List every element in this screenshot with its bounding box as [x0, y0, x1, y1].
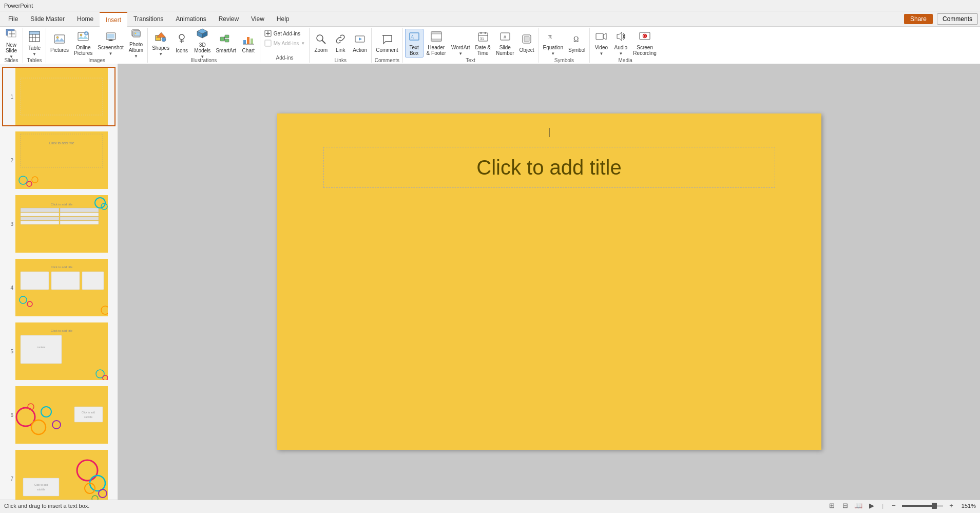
- svg-text:π: π: [548, 32, 552, 40]
- zoom-out-button[interactable]: −: [889, 501, 899, 511]
- get-addins-button[interactable]: Get Add-ins: [262, 29, 307, 38]
- audio-icon: [615, 31, 626, 44]
- svg-text:A: A: [410, 34, 414, 40]
- zoom-button[interactable]: Zoom: [312, 29, 330, 58]
- svg-rect-89: [60, 217, 99, 220]
- pictures-icon: [54, 33, 65, 46]
- smartart-label: SmartArt: [216, 48, 236, 53]
- slide-thumb-2[interactable]: 2 Click to add title: [2, 130, 116, 190]
- ribbon-group-comments-inner: Comment: [374, 29, 400, 58]
- zoom-slider[interactable]: [902, 505, 943, 507]
- comment-button[interactable]: Comment: [374, 29, 400, 58]
- zoom-percent[interactable]: 151%: [959, 503, 976, 509]
- svg-rect-84: [21, 208, 59, 212]
- tab-view[interactable]: View: [245, 11, 271, 26]
- my-addins-button[interactable]: My Add-ins ▼: [262, 39, 307, 48]
- slide-thumb-6[interactable]: 6 Click to add subtitle: [2, 385, 116, 445]
- slide-num-5: 5: [4, 349, 13, 354]
- slide-thumb-5[interactable]: 5 Click to add title content: [2, 321, 116, 381]
- canvas-area[interactable]: Click to add title: [118, 64, 980, 500]
- link-button[interactable]: Link: [331, 29, 350, 58]
- tab-transitions[interactable]: Transitions: [127, 11, 169, 26]
- tab-slide-master[interactable]: Slide Master: [24, 11, 71, 26]
- shapes-icon: [155, 30, 167, 44]
- pictures-button[interactable]: Pictures: [48, 29, 71, 58]
- ribbon-group-symbols-inner: π Equation ▼ Ω Symbol: [541, 29, 588, 58]
- screenshot-dropdown-arrow: ▼: [109, 51, 113, 56]
- svg-rect-20: [108, 41, 113, 41]
- ribbon-group-links: Zoom Link Action Links: [310, 28, 372, 63]
- textbox-label: Text Box: [409, 45, 418, 56]
- slide-title-placeholder[interactable]: Click to add title: [323, 147, 775, 188]
- new-slide-button[interactable]: New Slide ▼: [2, 29, 21, 58]
- audio-button[interactable]: Audio ▼: [611, 29, 630, 58]
- online-pictures-button[interactable]: Online Pictures: [72, 29, 94, 58]
- photo-album-button[interactable]: Photo Album ▼: [127, 29, 145, 58]
- textbox-button[interactable]: A Text Box: [405, 29, 424, 58]
- icons-button[interactable]: Icons: [172, 29, 191, 58]
- smartart-icon: [220, 33, 232, 47]
- equation-button[interactable]: π Equation ▼: [541, 29, 565, 58]
- 3d-models-icon: [196, 27, 208, 41]
- slide-thumb-4[interactable]: 4 Click to add title: [2, 258, 116, 317]
- tab-animations[interactable]: Animations: [169, 11, 212, 26]
- svg-point-73: [644, 35, 646, 37]
- svg-marker-50: [359, 37, 362, 41]
- presentation-view-button[interactable]: ▶: [867, 501, 877, 511]
- online-pictures-icon: [78, 31, 89, 44]
- slide-sorter-button[interactable]: ⊟: [840, 501, 850, 511]
- slide-num-2: 2: [4, 158, 13, 163]
- svg-text:Click to add title: Click to add title: [51, 265, 73, 269]
- screen-recording-button[interactable]: Screen Recording: [631, 29, 659, 58]
- tab-help[interactable]: Help: [271, 11, 296, 26]
- tab-insert[interactable]: Insert: [100, 12, 127, 27]
- slide-canvas[interactable]: Click to add title: [277, 113, 821, 450]
- slide-thumb-1[interactable]: 1: [2, 67, 116, 126]
- header-footer-button[interactable]: Header & Footer: [425, 29, 448, 58]
- app-title: PowerPoint: [4, 3, 33, 9]
- object-icon: [521, 33, 532, 46]
- date-time-button[interactable]: 31 Date & Time: [473, 29, 493, 58]
- share-button[interactable]: Share: [904, 14, 933, 24]
- ribbon-group-slides: New Slide ▼ Slides: [0, 28, 23, 63]
- symbol-button[interactable]: Ω Symbol: [566, 29, 587, 58]
- chart-button[interactable]: Chart: [239, 29, 258, 58]
- smartart-button[interactable]: SmartArt: [214, 29, 238, 58]
- video-button[interactable]: Video ▼: [592, 29, 610, 58]
- ribbon-group-addins-inner: Get Add-ins My Add-ins ▼: [262, 29, 307, 55]
- svg-rect-19: [109, 40, 112, 41]
- tab-review[interactable]: Review: [213, 11, 245, 26]
- reading-view-button[interactable]: 📖: [853, 501, 863, 511]
- slide-title-text: Click to add title: [476, 156, 621, 179]
- wordart-button[interactable]: A WordArt ▼: [449, 29, 472, 58]
- equation-icon: π: [547, 31, 559, 44]
- ribbon-group-images-inner: Pictures Online Pictures Screenshot ▼ P: [48, 29, 145, 58]
- object-button[interactable]: Object: [517, 29, 536, 58]
- 3d-models-button[interactable]: 3D Models ▼: [192, 29, 213, 58]
- tab-home[interactable]: Home: [71, 11, 100, 26]
- object-label: Object: [520, 47, 534, 53]
- normal-view-button[interactable]: ⊞: [827, 501, 837, 511]
- slide-4-thumbnail: Click to add title: [15, 259, 108, 316]
- shapes-button[interactable]: Shapes ▼: [150, 29, 171, 58]
- screenshot-button[interactable]: Screenshot ▼: [95, 29, 126, 58]
- tab-file[interactable]: File: [2, 11, 24, 26]
- ribbon-group-addins: Get Add-ins My Add-ins ▼ Add-ins: [260, 28, 310, 63]
- video-label: Video: [595, 45, 608, 50]
- svg-rect-123: [23, 478, 59, 496]
- action-button[interactable]: Action: [351, 29, 369, 58]
- zoom-in-button[interactable]: +: [946, 501, 956, 511]
- slide-thumb-3[interactable]: 3 Click to add title: [2, 194, 116, 254]
- table-button[interactable]: Table ▼: [25, 29, 44, 58]
- slide-number-button[interactable]: # Slide Number: [494, 29, 516, 58]
- svg-rect-36: [225, 39, 229, 42]
- ribbon-tabs: File Slide Master Home Insert Transition…: [0, 11, 980, 27]
- zoom-icon: [315, 33, 326, 46]
- cursor-insertion: [549, 128, 549, 137]
- slide-thumb-7[interactable]: 7 Click to add subtitle: [2, 449, 116, 500]
- ribbon-group-media-inner: Video ▼ Audio ▼ Screen Recording: [592, 29, 659, 58]
- screen-recording-label: Screen Recording: [633, 45, 657, 56]
- slide-7-thumbnail: Click to add subtitle: [15, 450, 108, 500]
- slide-panel[interactable]: 1 2 Click to add title: [0, 64, 118, 500]
- comments-button[interactable]: Comments: [937, 13, 978, 25]
